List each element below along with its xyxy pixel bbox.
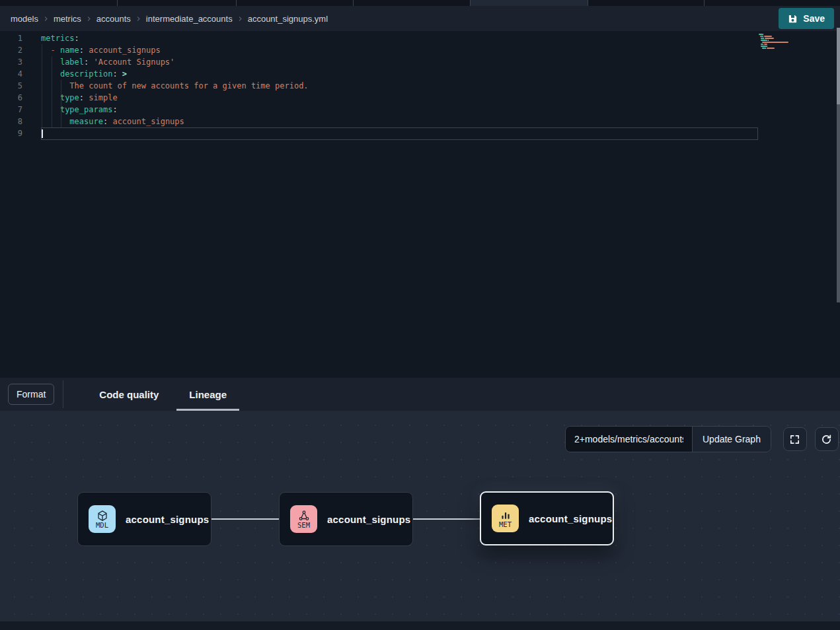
node-badge: SEM bbox=[290, 505, 317, 533]
lineage-edge bbox=[413, 518, 480, 520]
model-selector-input[interactable] bbox=[566, 427, 692, 452]
chevron-right-icon bbox=[237, 16, 243, 22]
code-line[interactable]: 4 description: > bbox=[0, 68, 840, 80]
save-button[interactable]: Save bbox=[779, 8, 834, 29]
code-editor[interactable]: 1metrics:2 - name: account_signups3 labe… bbox=[0, 31, 840, 378]
tab-code-quality[interactable]: Code quality bbox=[85, 378, 172, 411]
file-tab[interactable] bbox=[237, 0, 354, 6]
code-line[interactable]: 5 The count of new accounts for a given … bbox=[0, 80, 840, 92]
line-number: 3 bbox=[0, 56, 22, 68]
chevron-right-icon bbox=[135, 16, 141, 22]
code-text: label: 'Account Signups' bbox=[41, 56, 174, 68]
tab-lineage[interactable]: Lineage bbox=[175, 378, 241, 411]
selector-group: Update Graph bbox=[565, 426, 771, 452]
ide-screen: modelsmetricsaccountsintermediate_accoun… bbox=[0, 0, 840, 630]
lineage-node-metric[interactable]: METaccount_signups bbox=[480, 491, 614, 545]
code-text: description: > bbox=[41, 68, 127, 80]
status-strip bbox=[0, 621, 840, 630]
breadcrumb: modelsmetricsaccountsintermediate_accoun… bbox=[11, 14, 328, 24]
line-number: 7 bbox=[0, 104, 22, 116]
refresh-icon bbox=[821, 434, 832, 445]
minimap[interactable] bbox=[759, 32, 801, 50]
refresh-button[interactable] bbox=[815, 427, 839, 451]
node-badge: MDL bbox=[89, 505, 116, 533]
fullscreen-icon bbox=[789, 434, 800, 445]
lineage-toolbar: Update Graph bbox=[565, 426, 839, 452]
panel-tab-list: Code qualityLineage bbox=[85, 378, 241, 411]
code-line[interactable]: 6 type: simple bbox=[0, 92, 840, 104]
scrollbar-thumb[interactable] bbox=[837, 28, 840, 104]
line-number: 1 bbox=[0, 32, 22, 44]
code-line[interactable]: 3 label: 'Account Signups' bbox=[0, 56, 840, 68]
file-tab[interactable] bbox=[354, 0, 471, 6]
code-line[interactable]: 7 type_params: bbox=[0, 104, 840, 116]
file-tab[interactable] bbox=[588, 0, 705, 6]
breadcrumb-item: models bbox=[11, 14, 38, 24]
file-tab[interactable] bbox=[118, 0, 237, 6]
editor-scrollbar[interactable] bbox=[837, 28, 840, 302]
lineage-node-semantic_model[interactable]: SEMaccount_signups bbox=[279, 492, 413, 546]
breadcrumb-item: accounts bbox=[96, 14, 131, 24]
chevron-right-icon bbox=[43, 16, 49, 22]
lineage-node-model[interactable]: MDLaccount_signups bbox=[77, 492, 211, 546]
breadcrumb-item: intermediate_accounts bbox=[146, 14, 233, 24]
line-number: 5 bbox=[0, 80, 22, 92]
node-badge: MET bbox=[492, 505, 519, 532]
code-text: metrics: bbox=[41, 32, 79, 44]
format-button[interactable]: Format bbox=[8, 384, 54, 405]
code-text: - name: account_signups bbox=[41, 44, 161, 56]
file-tab-active[interactable] bbox=[471, 0, 588, 6]
file-tab[interactable] bbox=[0, 0, 118, 6]
bar-chart-icon bbox=[500, 509, 512, 521]
line-number: 6 bbox=[0, 92, 22, 104]
breadcrumb-bar: modelsmetricsaccountsintermediate_accoun… bbox=[0, 6, 840, 31]
lineage-edge bbox=[211, 518, 279, 520]
line-number: 9 bbox=[0, 127, 22, 139]
node-label: account_signups bbox=[126, 514, 209, 525]
breadcrumb-item: account_signups.yml bbox=[248, 14, 328, 24]
chevron-right-icon bbox=[86, 16, 92, 22]
code-line[interactable]: 2 - name: account_signups bbox=[0, 44, 840, 56]
panel-divider bbox=[63, 380, 63, 408]
file-tab-strip bbox=[0, 0, 840, 6]
semantic-network-icon bbox=[298, 510, 310, 522]
file-tab[interactable] bbox=[705, 0, 840, 6]
code-line[interactable]: 8 measure: account_signups bbox=[0, 116, 840, 127]
update-graph-button[interactable]: Update Graph bbox=[692, 427, 771, 452]
code-text: type_params: bbox=[41, 104, 118, 116]
code-text: measure: account_signups bbox=[41, 116, 184, 127]
code-text: The count of new accounts for a given ti… bbox=[41, 80, 309, 92]
node-label: account_signups bbox=[327, 514, 410, 525]
bottom-panel-tabs: Format Code qualityLineage bbox=[0, 378, 840, 411]
cube-icon bbox=[96, 510, 108, 522]
save-button-label: Save bbox=[803, 13, 825, 24]
fullscreen-button[interactable] bbox=[783, 427, 807, 451]
text-cursor bbox=[42, 129, 43, 138]
code-text: type: simple bbox=[41, 92, 118, 104]
line-number: 4 bbox=[0, 68, 22, 80]
active-line-highlight bbox=[41, 127, 758, 140]
line-number: 8 bbox=[0, 116, 22, 127]
lineage-canvas[interactable]: Update Graph MDLaccount_signupsSEMaccou bbox=[0, 411, 840, 621]
breadcrumb-item: metrics bbox=[54, 14, 81, 24]
code-line[interactable]: 1metrics: bbox=[0, 32, 840, 44]
node-badge-label: MDL bbox=[96, 522, 108, 529]
node-label: account_signups bbox=[529, 513, 612, 524]
node-badge-label: MET bbox=[499, 521, 512, 528]
line-number: 2 bbox=[0, 44, 22, 56]
save-icon bbox=[788, 14, 798, 24]
node-badge-label: SEM bbox=[297, 522, 310, 529]
